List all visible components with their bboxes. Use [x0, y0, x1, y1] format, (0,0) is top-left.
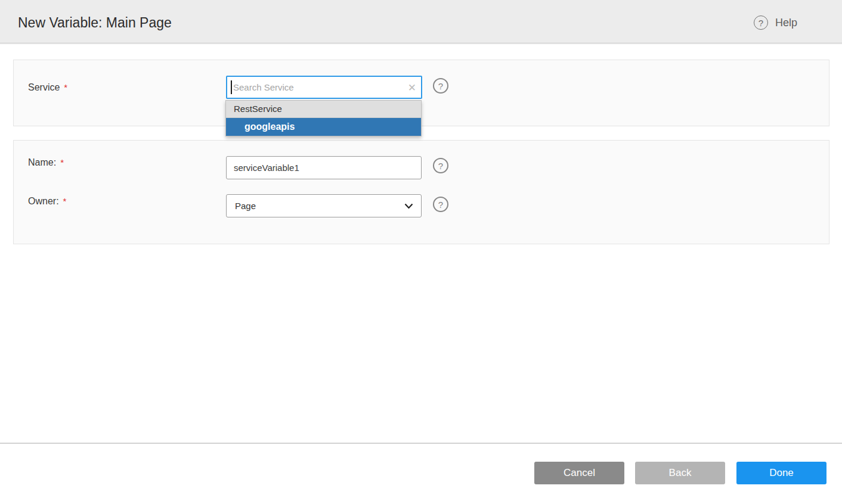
- help-icon: ?: [754, 15, 768, 30]
- help-button[interactable]: ? Help: [754, 15, 797, 30]
- owner-label: Owner:*: [28, 196, 66, 207]
- details-section: Name:* ? Owner:* Page ?: [13, 140, 829, 244]
- required-asterisk: *: [63, 196, 67, 206]
- service-search-wrap: ✕: [226, 76, 422, 99]
- name-field-help-icon[interactable]: ?: [433, 158, 448, 173]
- owner-field-help-icon[interactable]: ?: [433, 197, 448, 212]
- cancel-button[interactable]: Cancel: [534, 462, 624, 484]
- chevron-down-icon: [404, 203, 413, 209]
- service-search-input[interactable]: [226, 76, 422, 99]
- footer-divider: [0, 443, 842, 444]
- text-caret: [231, 80, 232, 94]
- service-dropdown: RestService googleapis: [225, 100, 422, 136]
- help-label: Help: [775, 17, 797, 29]
- dialog-header: New Variable: Main Page ? Help: [0, 0, 842, 44]
- clear-icon[interactable]: ✕: [408, 82, 416, 92]
- service-label: Service*: [28, 82, 67, 93]
- back-button[interactable]: Back: [635, 462, 725, 484]
- required-asterisk: *: [60, 157, 64, 167]
- name-label: Name:*: [28, 157, 64, 168]
- service-field-help-icon[interactable]: ?: [433, 78, 448, 94]
- owner-select-value: Page: [235, 201, 256, 211]
- dropdown-group-header: RestService: [226, 101, 421, 118]
- required-asterisk: *: [64, 82, 67, 92]
- dropdown-item-selected[interactable]: googleapis: [226, 118, 421, 136]
- page-title: New Variable: Main Page: [18, 15, 172, 31]
- done-button[interactable]: Done: [736, 462, 826, 484]
- name-input[interactable]: [226, 156, 422, 179]
- owner-select[interactable]: Page: [226, 194, 422, 217]
